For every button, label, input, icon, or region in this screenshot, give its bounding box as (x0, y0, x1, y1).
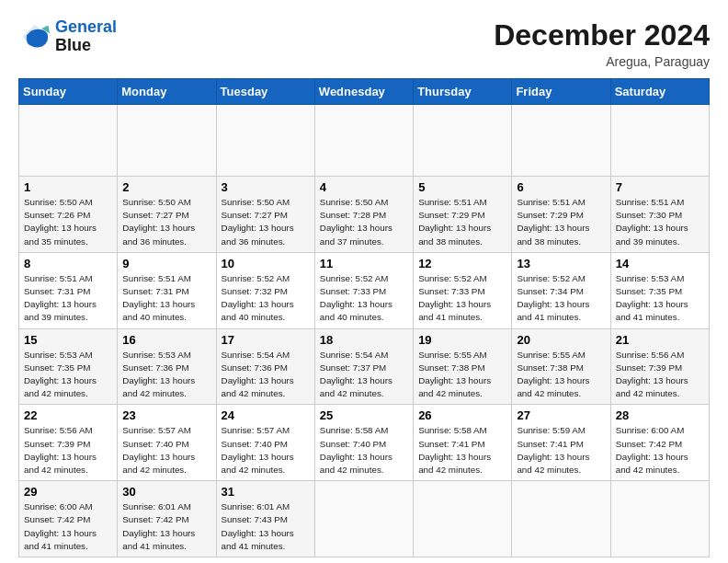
day-info: Sunrise: 6:00 AMSunset: 7:42 PMDaylight:… (24, 500, 112, 553)
day-info: Sunrise: 5:56 AMSunset: 7:39 PMDaylight:… (616, 349, 704, 401)
day-info: Sunrise: 5:58 AMSunset: 7:41 PMDaylight:… (418, 424, 506, 477)
day-info: Sunrise: 5:53 AMSunset: 7:36 PMDaylight:… (122, 349, 210, 401)
day-number: 25 (320, 408, 408, 422)
logo: General Blue (18, 18, 117, 55)
day-number: 12 (418, 257, 506, 270)
day-number: 3 (222, 180, 310, 194)
day-info: Sunrise: 6:01 AMSunset: 7:42 PMDaylight:… (122, 500, 210, 553)
calendar-day-cell: 5Sunrise: 5:51 AMSunset: 7:29 PMDaylight… (414, 177, 512, 253)
calendar-day-cell: 23Sunrise: 5:57 AMSunset: 7:40 PMDayligh… (118, 405, 216, 481)
calendar-week-row: 8Sunrise: 5:51 AMSunset: 7:31 PMDaylight… (19, 252, 710, 328)
calendar-day-cell: 28Sunrise: 6:00 AMSunset: 7:42 PMDayligh… (610, 405, 709, 481)
calendar-day-cell (414, 481, 512, 557)
day-number: 14 (616, 257, 704, 270)
calendar-day-cell (314, 481, 413, 557)
day-info: Sunrise: 5:58 AMSunset: 7:40 PMDaylight:… (320, 424, 408, 477)
day-info: Sunrise: 5:57 AMSunset: 7:40 PMDaylight:… (122, 424, 210, 477)
calendar-day-cell: 20Sunrise: 5:55 AMSunset: 7:38 PMDayligh… (512, 328, 610, 405)
day-number: 19 (418, 333, 506, 347)
day-number: 13 (517, 257, 605, 270)
day-of-week-header: Saturday (610, 79, 709, 105)
calendar-day-cell: 6Sunrise: 5:51 AMSunset: 7:29 PMDaylight… (512, 177, 610, 253)
calendar-day-cell: 15Sunrise: 5:53 AMSunset: 7:35 PMDayligh… (19, 328, 118, 405)
calendar-day-cell: 24Sunrise: 5:57 AMSunset: 7:40 PMDayligh… (216, 405, 314, 481)
calendar-day-cell: 10Sunrise: 5:52 AMSunset: 7:32 PMDayligh… (216, 252, 314, 328)
calendar-day-cell (414, 105, 512, 177)
calendar-day-cell: 9Sunrise: 5:51 AMSunset: 7:31 PMDaylight… (118, 252, 216, 328)
title-block: December 2024 Aregua, Paraguay (494, 18, 710, 69)
calendar-day-cell (610, 481, 709, 557)
day-number: 5 (418, 180, 506, 194)
calendar-day-cell (512, 105, 610, 177)
calendar-week-row: 1Sunrise: 5:50 AMSunset: 7:26 PMDaylight… (19, 177, 710, 253)
day-of-week-header: Monday (118, 79, 216, 105)
page-header: General Blue December 2024 Aregua, Parag… (18, 18, 710, 69)
day-info: Sunrise: 5:50 AMSunset: 7:28 PMDaylight:… (320, 196, 408, 248)
day-info: Sunrise: 5:56 AMSunset: 7:39 PMDaylight:… (24, 424, 112, 477)
day-info: Sunrise: 5:53 AMSunset: 7:35 PMDaylight:… (24, 349, 112, 401)
day-info: Sunrise: 5:59 AMSunset: 7:41 PMDaylight:… (517, 424, 605, 477)
day-number: 30 (122, 485, 210, 499)
calendar-day-cell: 27Sunrise: 5:59 AMSunset: 7:41 PMDayligh… (512, 405, 610, 481)
calendar-day-cell: 31Sunrise: 6:01 AMSunset: 7:43 PMDayligh… (216, 481, 314, 557)
calendar-day-cell: 18Sunrise: 5:54 AMSunset: 7:37 PMDayligh… (314, 328, 413, 405)
day-info: Sunrise: 5:52 AMSunset: 7:33 PMDaylight:… (320, 272, 408, 325)
calendar-day-cell (118, 105, 216, 177)
day-number: 10 (222, 257, 310, 270)
calendar-day-cell: 25Sunrise: 5:58 AMSunset: 7:40 PMDayligh… (314, 405, 413, 481)
day-number: 31 (222, 485, 310, 499)
day-of-week-header: Thursday (414, 79, 512, 105)
day-number: 16 (122, 333, 210, 347)
calendar-day-cell: 17Sunrise: 5:54 AMSunset: 7:36 PMDayligh… (216, 328, 314, 405)
day-info: Sunrise: 5:51 AMSunset: 7:29 PMDaylight:… (418, 196, 506, 248)
calendar-day-cell (512, 481, 610, 557)
day-info: Sunrise: 5:50 AMSunset: 7:27 PMDaylight:… (122, 196, 210, 248)
location: Aregua, Paraguay (494, 54, 710, 69)
day-number: 21 (616, 333, 704, 347)
day-info: Sunrise: 5:54 AMSunset: 7:36 PMDaylight:… (222, 349, 310, 401)
calendar-day-cell (19, 105, 118, 177)
day-number: 24 (222, 408, 310, 422)
calendar-week-row: 22Sunrise: 5:56 AMSunset: 7:39 PMDayligh… (19, 405, 710, 481)
day-of-week-header: Friday (512, 79, 610, 105)
calendar-day-cell: 13Sunrise: 5:52 AMSunset: 7:34 PMDayligh… (512, 252, 610, 328)
day-number: 4 (320, 180, 408, 194)
calendar-day-cell: 3Sunrise: 5:50 AMSunset: 7:27 PMDaylight… (216, 177, 314, 253)
calendar-day-cell: 19Sunrise: 5:55 AMSunset: 7:38 PMDayligh… (414, 328, 512, 405)
day-info: Sunrise: 5:51 AMSunset: 7:29 PMDaylight:… (517, 196, 605, 248)
calendar-day-cell: 2Sunrise: 5:50 AMSunset: 7:27 PMDaylight… (118, 177, 216, 253)
calendar-day-cell (314, 105, 413, 177)
calendar-day-cell: 26Sunrise: 5:58 AMSunset: 7:41 PMDayligh… (414, 405, 512, 481)
day-number: 28 (616, 408, 704, 422)
day-number: 8 (24, 257, 112, 270)
calendar-day-cell: 29Sunrise: 6:00 AMSunset: 7:42 PMDayligh… (19, 481, 118, 557)
header-row: SundayMondayTuesdayWednesdayThursdayFrid… (19, 79, 710, 105)
day-info: Sunrise: 5:50 AMSunset: 7:27 PMDaylight:… (222, 196, 310, 248)
day-number: 15 (24, 333, 112, 347)
day-number: 7 (616, 180, 704, 194)
calendar-day-cell: 1Sunrise: 5:50 AMSunset: 7:26 PMDaylight… (19, 177, 118, 253)
calendar-day-cell (610, 105, 709, 177)
calendar-day-cell: 16Sunrise: 5:53 AMSunset: 7:36 PMDayligh… (118, 328, 216, 405)
calendar-week-row (19, 105, 710, 177)
day-info: Sunrise: 5:55 AMSunset: 7:38 PMDaylight:… (517, 349, 605, 401)
calendar-day-cell (216, 105, 314, 177)
calendar-day-cell: 7Sunrise: 5:51 AMSunset: 7:30 PMDaylight… (610, 177, 709, 253)
calendar-day-cell: 11Sunrise: 5:52 AMSunset: 7:33 PMDayligh… (314, 252, 413, 328)
day-number: 26 (418, 408, 506, 422)
month-title: December 2024 (494, 18, 710, 52)
day-of-week-header: Wednesday (314, 79, 413, 105)
day-number: 22 (24, 408, 112, 422)
day-info: Sunrise: 5:53 AMSunset: 7:35 PMDaylight:… (616, 272, 704, 325)
day-number: 2 (122, 180, 210, 194)
day-number: 6 (517, 180, 605, 194)
day-number: 20 (517, 333, 605, 347)
calendar-day-cell: 4Sunrise: 5:50 AMSunset: 7:28 PMDaylight… (314, 177, 413, 253)
day-number: 29 (24, 485, 112, 499)
day-info: Sunrise: 5:54 AMSunset: 7:37 PMDaylight:… (320, 349, 408, 401)
day-info: Sunrise: 6:01 AMSunset: 7:43 PMDaylight:… (222, 500, 310, 553)
calendar-table: SundayMondayTuesdayWednesdayThursdayFrid… (18, 78, 710, 557)
day-number: 23 (122, 408, 210, 422)
day-number: 18 (320, 333, 408, 347)
day-number: 11 (320, 257, 408, 270)
